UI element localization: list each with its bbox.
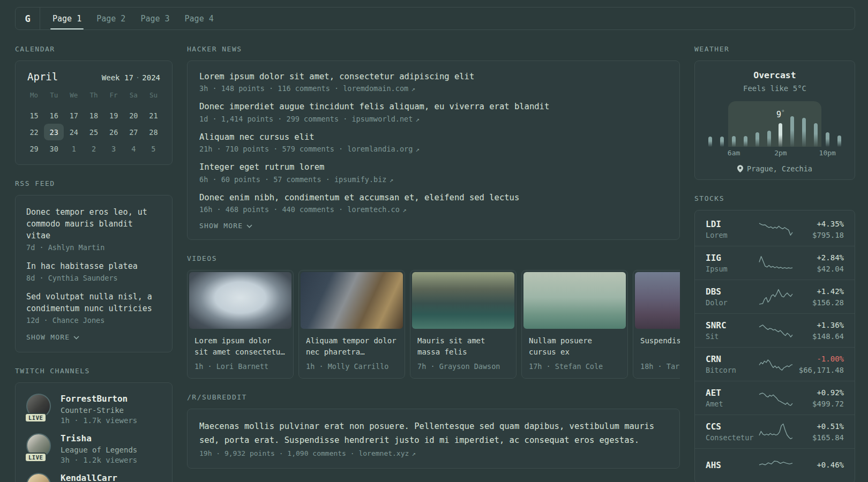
stock-row[interactable]: LDILorem+4.35%$795.18 — [695, 213, 855, 246]
rss-section-label: RSS FEED — [15, 180, 173, 187]
story-domain-link[interactable]: loremtech.co↗ — [347, 205, 406, 214]
rss-item-title[interactable]: In hac habitasse platea — [26, 260, 161, 272]
video-thumbnail — [189, 272, 291, 329]
post-domain-link[interactable]: loremnet.xyz↗ — [358, 449, 415, 457]
stock-row[interactable]: AHS+0.46% — [695, 448, 855, 481]
stock-row[interactable]: IIGIpsum+2.84%$42.04 — [695, 246, 855, 280]
story-domain-link[interactable]: ipsumify.biz↗ — [334, 175, 393, 184]
rss-item-title[interactable]: Sed volutpat nulla nisl, a condimentum n… — [26, 291, 161, 314]
stock-name: Consectetur — [706, 433, 759, 442]
story-meta: 21h · 710 points · 579 comments · loreml… — [199, 145, 668, 153]
current-temperature-value: 9 — [776, 110, 781, 119]
twitch-channel[interactable]: LIVEForrestBurtonCounter-Strike1h · 1.7k… — [26, 394, 161, 425]
calendar-day: 29 — [24, 140, 44, 157]
hackernews-item: Aliquam nec cursus elit21h · 710 points … — [199, 131, 668, 153]
story-domain-link[interactable]: loremdomain.com↗ — [343, 84, 415, 93]
videos-section-label: VIDEOS — [187, 255, 680, 262]
stock-id: LDILorem — [706, 219, 759, 239]
tab-page-3[interactable]: Page 3 — [133, 7, 177, 29]
weather-feels-like: Feels like 5°C — [704, 84, 846, 93]
weather-bar — [802, 118, 806, 147]
stock-row[interactable]: AETAmet+0.92%$499.72 — [695, 381, 855, 415]
video-card[interactable]: Mauris sit amet massa felis7h · Grayson … — [410, 270, 517, 379]
hackernews-section: HACKER NEWS Lorem ipsum dolor sit amet, … — [187, 46, 680, 240]
rss-item: Donec tempor eros leo, ut commodo mauris… — [26, 206, 161, 252]
stock-row[interactable]: CCSConsectetur+0.51%$165.84 — [695, 415, 855, 448]
calendar-section: CALENDAR April Week 17·2024 MoTuWeThFrSa… — [15, 46, 173, 165]
stocks-widget: LDILorem+4.35%$795.18IIGIpsum+2.84%$42.0… — [694, 210, 855, 482]
stock-sparkline-wrap — [759, 422, 793, 441]
stock-sparkline-wrap — [759, 388, 793, 408]
rss-item: In hac habitasse platea8d · Cynthia Saun… — [26, 260, 161, 282]
hackernews-section-label: HACKER NEWS — [187, 46, 680, 53]
weather-bar-cell — [787, 101, 798, 147]
rss-show-more-button[interactable]: SHOW MORE — [26, 333, 161, 341]
stock-name: Bitcorn — [706, 366, 759, 374]
separator-dot: · — [133, 73, 142, 82]
video-thumbnail — [523, 272, 626, 329]
story-meta-text: 1d · 1,414 points · 299 comments · — [199, 115, 351, 123]
story-domain-link[interactable]: ipsumworld.net↗ — [351, 115, 419, 123]
show-more-label: SHOW MORE — [199, 222, 243, 230]
weather-bar — [720, 137, 724, 147]
stock-price: $42.04 — [793, 265, 844, 273]
twitch-channel[interactable]: LIVETrishaLeague of Legends3h · 1.2k vie… — [26, 433, 161, 464]
stock-price: $66,171.48 — [793, 366, 844, 374]
external-link-icon: ↗ — [415, 145, 420, 153]
stock-symbol: IIG — [706, 253, 759, 263]
stock-row[interactable]: SNRCSit+1.36%$148.64 — [695, 313, 855, 347]
calendar-day: 26 — [104, 124, 124, 140]
stock-row[interactable]: CRNBitcorn-1.00%$66,171.48 — [695, 347, 855, 381]
hackernews-item: Integer eget rutrum lorem6h · 60 points … — [199, 161, 668, 183]
video-card-body: Suspendisse diam18h · Tara — [633, 330, 680, 378]
channel-name: ForrestBurton — [61, 394, 137, 404]
stock-name: Dolor — [706, 298, 759, 307]
weather-bar-cell — [833, 101, 845, 147]
weather-bar-cell — [739, 101, 751, 147]
weather-bar-cell — [728, 101, 740, 147]
dashboard-columns: CALENDAR April Week 17·2024 MoTuWeThFrSa… — [15, 46, 855, 482]
middle-column: HACKER NEWS Lorem ipsum dolor sit amet, … — [187, 46, 680, 469]
stock-symbol: AHS — [706, 460, 759, 470]
story-title[interactable]: Donec enim nibh, condimentum et accumsan… — [199, 192, 668, 204]
rss-item: Sed volutpat nulla nisl, a condimentum n… — [26, 291, 161, 325]
story-domain-link[interactable]: loremlandia.org↗ — [347, 145, 419, 153]
stock-id: AETAmet — [706, 388, 759, 408]
story-meta-text: 6h · 60 points · 57 comments · — [199, 175, 334, 184]
stock-sparkline-wrap — [759, 321, 793, 340]
tab-page-1[interactable]: Page 1 — [45, 7, 89, 29]
hackernews-item: Lorem ipsum dolor sit amet, consectetur … — [199, 71, 668, 93]
weather-bar — [767, 131, 771, 147]
story-title[interactable]: Aliquam nec cursus elit — [199, 131, 668, 143]
stock-sparkline-wrap — [759, 455, 793, 475]
video-card[interactable]: Suspendisse diam18h · Tara — [633, 270, 680, 379]
rss-item-title[interactable]: Donec tempor eros leo, ut commodo mauris… — [26, 206, 161, 242]
story-title[interactable]: Integer eget rutrum lorem — [199, 161, 668, 173]
video-card[interactable]: Aliquam tempor dolor nec pharetra…1h · M… — [298, 270, 405, 379]
stock-sparkline-wrap — [759, 253, 793, 273]
video-meta: 1h · Molly Carrillo — [306, 362, 398, 371]
dashboard-page: G Page 1Page 2Page 3Page 4 CALENDAR Apri… — [0, 0, 868, 482]
post-title[interactable]: Maecenas mollis pulvinar erat non posuer… — [199, 420, 668, 447]
tab-page-2[interactable]: Page 2 — [89, 7, 133, 29]
story-title[interactable]: Lorem ipsum dolor sit amet, consectetur … — [199, 71, 668, 82]
external-link-icon: ↗ — [411, 449, 416, 457]
calendar-week-year: Week 17·2024 — [102, 73, 160, 82]
stock-sparkline — [759, 321, 793, 340]
video-title: Lorem ipsum dolor sit amet consectetu… — [194, 335, 286, 358]
video-card[interactable]: Nullam posuere cursus ex17h · Stefan Col… — [521, 270, 628, 379]
hackernews-show-more-button[interactable]: SHOW MORE — [199, 222, 668, 230]
tab-page-4[interactable]: Page 4 — [177, 7, 221, 29]
degree-symbol: ° — [781, 109, 785, 116]
left-column: CALENDAR April Week 17·2024 MoTuWeThFrSa… — [15, 46, 173, 482]
show-more-label: SHOW MORE — [26, 333, 70, 341]
weather-section-label: WEATHER — [694, 46, 855, 53]
stock-row[interactable]: DBSDolor+1.42%$156.28 — [695, 280, 855, 313]
story-title[interactable]: Donec imperdiet augue tincidunt felis al… — [199, 101, 668, 112]
time-label: 6am — [728, 149, 740, 157]
video-card[interactable]: Lorem ipsum dolor sit amet consectetu…1h… — [187, 270, 294, 379]
twitch-channel[interactable]: KendallCarr — [26, 473, 161, 482]
stock-price: $165.84 — [793, 433, 844, 442]
calendar-day: 15 — [24, 107, 44, 124]
calendar-weekday: Su — [144, 89, 163, 101]
